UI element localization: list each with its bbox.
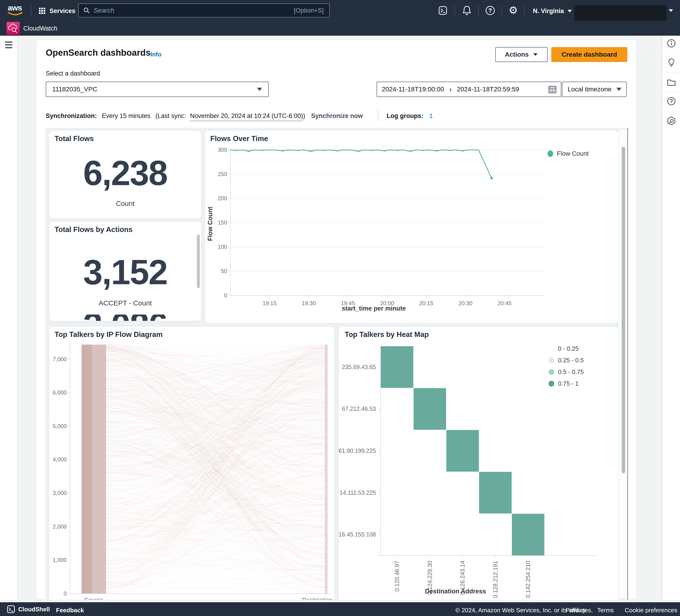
log-groups-label: Log groups: bbox=[387, 112, 423, 119]
series-marker bbox=[384, 150, 385, 151]
last-sync-value: November 20, 2024 at 10:24 (UTC-6:00) bbox=[190, 112, 303, 121]
log-groups-row: Log groups: 1 bbox=[387, 112, 433, 120]
total-flows-title: Total Flows bbox=[55, 135, 94, 143]
aws-logo-text: aws bbox=[8, 3, 26, 12]
dashboard-select[interactable]: 11182035_VPC bbox=[46, 82, 268, 97]
synchronization-row: Synchronization: Every 15 minutes (Last … bbox=[46, 112, 363, 120]
region-selector[interactable]: N. Virginia bbox=[533, 6, 572, 16]
breadcrumb-cloudwatch[interactable]: CloudWatch bbox=[23, 25, 57, 32]
aws-smile-icon bbox=[8, 12, 24, 16]
calendar-icon[interactable] bbox=[548, 85, 557, 93]
log-groups-count-link[interactable]: 1 bbox=[429, 112, 433, 119]
series-marker bbox=[311, 151, 312, 152]
footer-cloudshell-button[interactable]: CloudShell bbox=[7, 605, 50, 613]
dashboard-select-value: 11182035_VPC bbox=[52, 86, 97, 93]
y-tick-label: 50 bbox=[221, 268, 227, 274]
synchronize-now-link[interactable]: Synchronize now bbox=[311, 112, 363, 119]
x-tick-label: 20:15 bbox=[419, 300, 433, 306]
help-button[interactable]: ? bbox=[485, 5, 495, 16]
flows-over-time-legend: Flow Count bbox=[547, 148, 589, 159]
y-tick-label: 0 bbox=[64, 590, 67, 597]
series-marker bbox=[371, 150, 372, 151]
y-tick-label: 200 bbox=[218, 195, 227, 201]
heatmap-cell bbox=[414, 388, 446, 430]
row-label: 235.69.43.65 bbox=[342, 364, 376, 370]
cloudshell-button[interactable] bbox=[438, 6, 448, 15]
lightbulb-icon bbox=[667, 58, 676, 67]
chevron-down-icon bbox=[568, 10, 572, 12]
heat-legend-item[interactable]: 0.25 - 0.5 bbox=[548, 354, 584, 366]
account-name-redacted[interactable] bbox=[574, 5, 666, 21]
chevron-down-icon bbox=[534, 53, 538, 56]
settings-gear-icon: ⚙ bbox=[509, 4, 518, 16]
account-chevron-down-icon[interactable] bbox=[669, 9, 673, 12]
y-tick-label: 0 bbox=[224, 292, 227, 298]
aws-logo[interactable]: aws bbox=[8, 3, 26, 17]
legend-label: 0.75 - 1 bbox=[558, 380, 578, 387]
search-icon bbox=[84, 7, 90, 13]
widget-scrollbar-thumb[interactable] bbox=[197, 235, 200, 288]
y-axis-title: Flow Count bbox=[207, 207, 214, 241]
help-panel-button[interactable]: ? bbox=[667, 96, 676, 106]
series-marker bbox=[410, 151, 412, 152]
total-flows-value: 6,238 bbox=[49, 153, 201, 193]
sync-label: Synchronization: bbox=[46, 112, 97, 119]
total-flows-by-actions-widget[interactable]: Total Flows by Actions 3,152 ACCEPT - Co… bbox=[49, 222, 201, 321]
heat-legend-item[interactable]: 0 - 0.25 bbox=[548, 343, 584, 354]
info-panel-button[interactable] bbox=[667, 39, 676, 48]
search-input[interactable]: Search [Option+S] bbox=[78, 3, 330, 18]
x-tick-label: 20:45 bbox=[498, 300, 512, 306]
footer-feedback-link[interactable]: Feedback bbox=[56, 607, 84, 614]
date-range-picker[interactable]: 2024-11-18T19:00:00 › 2024-11-18T20:59:5… bbox=[377, 82, 561, 97]
total-flows-widget[interactable]: Total Flows 6,238 Count bbox=[49, 130, 201, 218]
hexagon-search-icon bbox=[667, 116, 676, 125]
heatmap-cell bbox=[479, 472, 512, 514]
heat-legend-item[interactable]: 0.75 - 1 bbox=[548, 378, 584, 389]
legend-item[interactable]: Flow Count bbox=[547, 148, 589, 159]
series-end-marker bbox=[490, 177, 493, 179]
footer-cloudshell-label: CloudShell bbox=[18, 606, 50, 613]
widgets-scrollbar-thumb[interactable] bbox=[622, 147, 625, 473]
services-grid-icon bbox=[39, 7, 46, 14]
y-tick-label: 250 bbox=[218, 171, 227, 177]
reject-count-value-partial: 3,086 bbox=[49, 315, 201, 321]
footer-privacy-link[interactable]: Privacy bbox=[566, 607, 586, 614]
timezone-select[interactable]: Local timezone bbox=[562, 82, 627, 97]
cloudwatch-service-icon[interactable] bbox=[6, 22, 20, 35]
series-marker bbox=[358, 151, 359, 152]
service-tools-panel-button[interactable] bbox=[667, 116, 676, 125]
notifications-button[interactable] bbox=[462, 5, 472, 16]
actions-button[interactable]: Actions bbox=[495, 47, 547, 62]
legend-label: 0.5 - 0.75 bbox=[558, 369, 584, 376]
col-label: 0.120.46.97 bbox=[394, 561, 400, 591]
series-marker bbox=[397, 150, 398, 151]
suggestions-panel-button[interactable] bbox=[667, 58, 676, 67]
chevron-down-icon bbox=[616, 88, 621, 91]
region-label: N. Virginia bbox=[533, 7, 564, 15]
page-title: OpenSearch dashboards bbox=[46, 48, 151, 58]
info-link[interactable]: Info bbox=[150, 51, 162, 58]
services-label: Services bbox=[50, 7, 75, 15]
heat-map-legend: 0 - 0.250.25 - 0.50.5 - 0.750.75 - 1 bbox=[548, 343, 584, 389]
sidebar-hamburger-button[interactable] bbox=[5, 41, 12, 48]
folder-icon bbox=[667, 78, 676, 87]
last-sync-prefix: (Last sync: bbox=[155, 112, 186, 119]
create-dashboard-button[interactable]: Create dashboard bbox=[551, 47, 627, 62]
heat-legend-item[interactable]: 0.5 - 0.75 bbox=[548, 366, 584, 378]
accept-count-value: 3,152 bbox=[49, 252, 201, 292]
top-navigation-bar: aws Services Search [Option+S] bbox=[0, 0, 680, 21]
heatmap-cell bbox=[446, 430, 479, 472]
destination-axis-title: Destination bbox=[302, 596, 332, 600]
footer-cookie-preferences-link[interactable]: Cookie preferences bbox=[625, 607, 677, 614]
y-tick-label: 100 bbox=[218, 244, 227, 250]
nav-divider bbox=[454, 6, 455, 15]
footer-terms-link[interactable]: Terms bbox=[597, 607, 614, 614]
ip-flow-diagram-chart[interactable]: 01,0002,0003,0004,0005,0006,0007,000Sour… bbox=[49, 326, 334, 600]
settings-button[interactable]: ⚙ bbox=[508, 5, 519, 16]
service-bar: CloudWatch bbox=[0, 21, 680, 36]
series-marker bbox=[462, 150, 463, 151]
chevron-down-icon bbox=[257, 88, 262, 91]
resources-panel-button[interactable] bbox=[667, 78, 676, 87]
y-tick-label: 300 bbox=[218, 147, 227, 153]
last-sync-suffix: ) bbox=[303, 112, 305, 119]
